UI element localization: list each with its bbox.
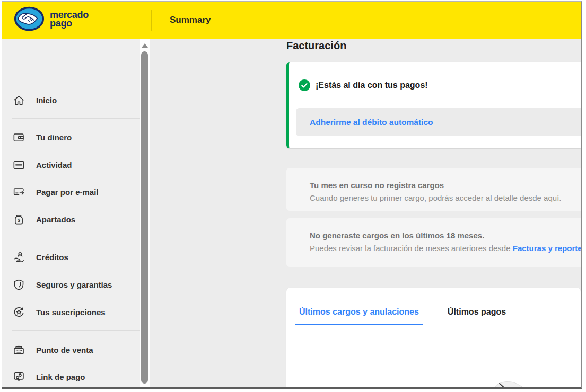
sidebar-item-suscripciones[interactable]: Tus suscripciones xyxy=(12,301,106,323)
check-circle-icon xyxy=(299,79,310,91)
subscriptions-icon xyxy=(12,306,25,319)
header-divider xyxy=(151,10,152,31)
history-title: No generaste cargos en los últimos 18 me… xyxy=(310,231,581,240)
app-window: mercado pago Summary Inicio Tu dinero Ac… xyxy=(2,1,582,389)
statement-icon xyxy=(12,158,25,172)
savings-jar-icon: $ xyxy=(12,213,25,226)
wallet-icon xyxy=(12,131,25,144)
sidebar-item-label: Seguros y garantías xyxy=(36,280,112,289)
shield-icon xyxy=(12,278,25,291)
history-months-value: 18 xyxy=(447,231,456,240)
sidebar-item-label: Link de pago xyxy=(36,372,85,381)
payment-link-icon xyxy=(12,370,25,384)
history-box: No generaste cargos en los últimos 18 me… xyxy=(286,218,581,267)
history-title-suffix: meses. xyxy=(455,231,484,240)
sidebar-item-inicio[interactable]: Inicio xyxy=(12,90,57,111)
current-month-title: Tu mes en curso no registra cargos xyxy=(310,181,581,190)
sidebar-divider xyxy=(12,330,140,331)
history-title-prefix: No generaste cargos en los últimos xyxy=(310,231,447,240)
status-row: ¡Estás al día con tus pagos! xyxy=(299,79,428,91)
invoices-reports-link[interactable]: Facturas y reportes xyxy=(513,244,581,253)
action-box: Adherirme al débito automático xyxy=(296,108,581,136)
sidebar-item-tu-dinero[interactable]: Tu dinero xyxy=(12,127,72,148)
sidebar-item-punto-de-venta[interactable]: Punto de venta xyxy=(12,339,93,360)
sidebar-item-link-de-pago[interactable]: Link de pago xyxy=(12,366,85,387)
page-header-title: Summary xyxy=(170,2,211,39)
mercadopago-logo[interactable]: mercado pago xyxy=(14,6,89,31)
pay-by-email-icon xyxy=(12,185,25,199)
sidebar-item-label: Punto de venta xyxy=(36,345,93,354)
history-body: Puedes revisar la facturación de meses a… xyxy=(310,244,581,253)
current-month-body: Cuando generes tu primer cargo, podrás a… xyxy=(310,193,581,202)
sidebar: Inicio Tu dinero Actividad Pagar por e-m… xyxy=(2,39,140,387)
sidebar-divider xyxy=(12,118,140,119)
sidebar-item-label: Apartados xyxy=(36,215,75,224)
sidebar-item-seguros[interactable]: Seguros y garantías xyxy=(12,274,112,295)
scroll-up-arrow-icon[interactable] xyxy=(142,43,148,48)
auto-debit-link[interactable]: Adherirme al débito automático xyxy=(310,118,433,127)
svg-text:$: $ xyxy=(18,217,20,222)
top-navbar: mercado pago Summary xyxy=(2,2,581,39)
logo-line2: pago xyxy=(50,19,89,28)
sidebar-divider xyxy=(12,239,140,239)
main-content: Facturación ¡Estás al día con tus pagos!… xyxy=(150,39,581,387)
payment-status-card: ¡Estás al día con tus pagos! Adherirme a… xyxy=(286,62,581,148)
sidebar-item-pagar-por-email[interactable]: Pagar por e-mail xyxy=(12,181,99,202)
pos-icon xyxy=(12,343,25,357)
credits-icon xyxy=(12,251,25,264)
sidebar-item-actividad[interactable]: Actividad xyxy=(12,154,72,175)
sidebar-item-label: Tus suscripciones xyxy=(36,308,106,317)
sidebar-item-label: Inicio xyxy=(36,96,57,105)
handshake-logo-icon xyxy=(14,6,45,31)
sidebar-item-label: Tu dinero xyxy=(36,133,72,142)
sidebar-item-label: Pagar por e-mail xyxy=(36,188,99,197)
home-icon xyxy=(12,94,25,107)
tabs-row: Últimos cargos y anulaciones Últimos pag… xyxy=(295,307,510,325)
sidebar-item-label: Créditos xyxy=(36,253,68,262)
logo-wordmark: mercado pago xyxy=(50,11,89,28)
vertical-scrollbar[interactable] xyxy=(140,39,150,387)
sidebar-item-apartados[interactable]: $ Apartados xyxy=(12,209,75,230)
sidebar-item-creditos[interactable]: Créditos xyxy=(12,246,68,268)
history-body-prefix: Puedes revisar la facturación de meses a… xyxy=(310,244,513,253)
page-title: Facturación xyxy=(286,40,346,52)
scrollbar-thumb[interactable] xyxy=(141,51,148,384)
tab-ultimos-pagos[interactable]: Últimos pagos xyxy=(444,307,510,325)
empty-state-illustration-fragment xyxy=(493,380,526,387)
transactions-card: Últimos cargos y anulaciones Últimos pag… xyxy=(286,288,581,387)
status-message: ¡Estás al día con tus pagos! xyxy=(316,81,428,90)
current-month-box: Tu mes en curso no registra cargos Cuand… xyxy=(286,168,581,211)
sidebar-item-label: Actividad xyxy=(36,161,72,170)
tab-ultimos-cargos[interactable]: Últimos cargos y anulaciones xyxy=(295,307,423,325)
